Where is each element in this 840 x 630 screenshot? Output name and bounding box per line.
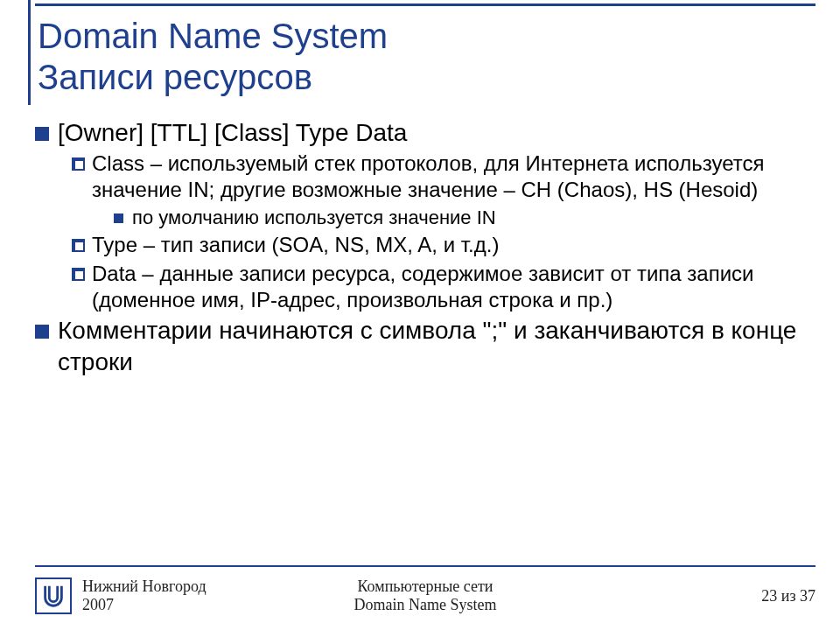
square-bullet-icon xyxy=(35,325,49,339)
hollow-square-bullet-icon xyxy=(72,158,85,171)
bullet-text: по умолчанию используется значение IN xyxy=(132,206,496,231)
hollow-square-bullet-icon xyxy=(72,239,85,252)
page-number: 23 из 37 xyxy=(761,587,816,606)
bullet-text: [Owner] [TTL] [Class] Type Data xyxy=(58,117,407,149)
slide-body: [Owner] [TTL] [Class] Type Data Class – … xyxy=(35,105,816,377)
bullet-level1: Комментарии начинаются с символа ";" и з… xyxy=(35,315,816,378)
bullet-level2: Data – данные записи ресурса, содержимое… xyxy=(72,261,816,313)
slide: Domain Name System Записи ресурсов [Owne… xyxy=(0,0,840,630)
title-block: Domain Name System Записи ресурсов xyxy=(28,0,816,105)
title-line-2: Записи ресурсов xyxy=(38,57,816,98)
footer-location: Нижний Новгород xyxy=(82,578,206,596)
university-logo xyxy=(35,578,72,614)
footer-rule xyxy=(35,565,816,567)
bullet-level1: [Owner] [TTL] [Class] Type Data xyxy=(35,117,816,149)
bullet-level2: Class – используемый стек протоколов, дл… xyxy=(72,150,816,203)
bullet-text: Type – тип записи (SOA, NS, MX, A, и т.д… xyxy=(92,232,499,258)
small-square-bullet-icon xyxy=(114,214,123,223)
bullet-text: Class – используемый стек протоколов, дл… xyxy=(92,150,816,203)
footer-year: 2007 xyxy=(82,596,206,614)
footer-left: Нижний Новгород 2007 xyxy=(82,578,206,613)
footer: Нижний Новгород 2007 Компьютерные сети D… xyxy=(35,574,816,618)
hollow-square-bullet-icon xyxy=(72,268,85,281)
title-line-1: Domain Name System xyxy=(38,16,816,57)
bullet-level3: по умолчанию используется значение IN xyxy=(114,206,816,231)
bullet-text: Комментарии начинаются с символа ";" и з… xyxy=(58,315,816,378)
bullet-text: Data – данные записи ресурса, содержимое… xyxy=(92,261,816,313)
bullet-level2: Type – тип записи (SOA, NS, MX, A, и т.д… xyxy=(72,232,816,258)
square-bullet-icon xyxy=(35,127,49,141)
top-rule xyxy=(35,4,816,6)
logo-glyph-icon xyxy=(40,583,66,609)
